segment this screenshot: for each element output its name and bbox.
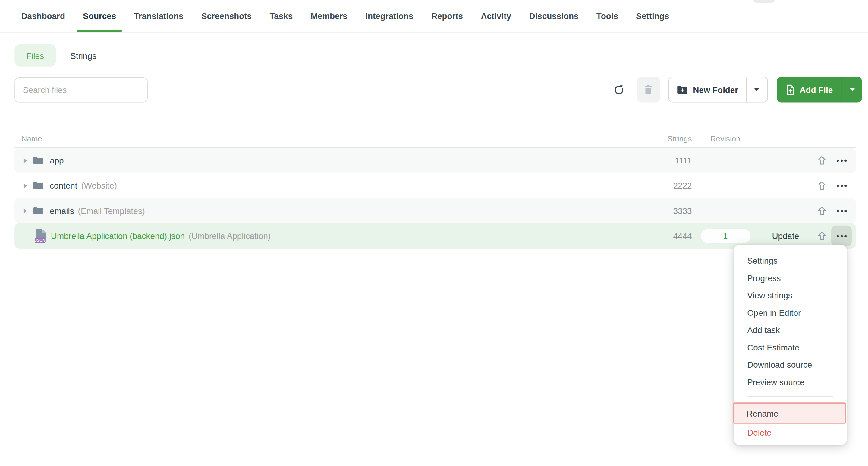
search-input[interactable] bbox=[14, 77, 148, 102]
upload-button[interactable] bbox=[817, 156, 827, 165]
menu-item-progress[interactable]: Progress bbox=[734, 269, 847, 287]
new-folder-button[interactable]: New Folder bbox=[669, 77, 746, 102]
menu-item-rename[interactable]: Rename bbox=[733, 402, 846, 424]
nav-item-activity[interactable]: Activity bbox=[481, 0, 511, 32]
file-name: Umbrella Application (backend).json bbox=[51, 231, 185, 241]
folder-note: (Email Templates) bbox=[78, 206, 145, 216]
json-file-icon: JSON bbox=[35, 229, 47, 243]
svg-text:JSON: JSON bbox=[35, 238, 45, 242]
more-button-active[interactable] bbox=[831, 226, 852, 246]
add-file-caret-button[interactable] bbox=[842, 77, 862, 102]
table-header: Name Strings Revision bbox=[14, 130, 856, 148]
nav-item-members[interactable]: Members bbox=[311, 0, 347, 32]
folder-plus-icon bbox=[677, 85, 688, 94]
sources-files-page: Dashboard Sources Translations Screensho… bbox=[0, 0, 868, 466]
table-row-content[interactable]: content (Website) 2222 bbox=[14, 173, 856, 198]
table-row-umbrella-file[interactable]: JSON Umbrella Application (backend).json… bbox=[14, 223, 856, 249]
more-icon bbox=[836, 210, 838, 212]
column-header-name: Name bbox=[14, 134, 625, 143]
revision-badge: 1 bbox=[701, 229, 750, 243]
file-note: (Umbrella Application) bbox=[189, 231, 271, 241]
upload-icon bbox=[817, 231, 827, 241]
nav-item-discussions[interactable]: Discussions bbox=[529, 0, 578, 32]
table-row-emails[interactable]: emails (Email Templates) 3333 bbox=[14, 198, 856, 224]
add-file-button[interactable]: Add File bbox=[777, 77, 842, 102]
column-header-revision: Revision bbox=[692, 134, 759, 143]
more-button[interactable] bbox=[831, 200, 852, 221]
new-folder-split-button: New Folder bbox=[669, 77, 768, 102]
upload-icon bbox=[817, 156, 827, 165]
upload-button[interactable] bbox=[817, 206, 827, 216]
menu-item-cost-estimate[interactable]: Cost Estimate bbox=[734, 339, 847, 356]
file-upload-icon bbox=[786, 84, 795, 95]
nav-item-translations[interactable]: Translations bbox=[134, 0, 184, 32]
folder-icon bbox=[33, 156, 43, 165]
nav-item-sources[interactable]: Sources bbox=[83, 0, 116, 32]
cutoff-element bbox=[753, 0, 775, 3]
tab-files[interactable]: Files bbox=[14, 44, 56, 67]
menu-item-view-strings[interactable]: View strings bbox=[734, 287, 847, 304]
more-icon bbox=[836, 235, 838, 237]
nav-item-tools[interactable]: Tools bbox=[596, 0, 618, 32]
folder-name: content bbox=[50, 181, 77, 190]
upload-button[interactable] bbox=[817, 181, 827, 190]
refresh-icon bbox=[614, 84, 624, 95]
new-folder-label: New Folder bbox=[693, 85, 738, 94]
strings-count: 2222 bbox=[625, 181, 692, 190]
trash-icon bbox=[644, 84, 653, 94]
menu-item-add-task[interactable]: Add task bbox=[734, 321, 847, 339]
chevron-down-icon bbox=[754, 88, 760, 91]
folder-name: app bbox=[50, 156, 64, 165]
trash-button[interactable] bbox=[637, 77, 660, 102]
nav-item-settings[interactable]: Settings bbox=[636, 0, 669, 32]
strings-count: 3333 bbox=[625, 206, 692, 216]
context-menu: Settings Progress View strings Open in E… bbox=[734, 244, 847, 445]
menu-item-settings[interactable]: Settings bbox=[734, 252, 847, 269]
menu-item-delete[interactable]: Delete bbox=[734, 424, 847, 441]
caret-right-icon[interactable] bbox=[24, 157, 27, 163]
strings-count: 4444 bbox=[625, 231, 692, 241]
view-toggle: Files Strings bbox=[14, 44, 868, 67]
files-table: Name Strings Revision app 1111 bbox=[14, 130, 856, 249]
more-icon bbox=[836, 159, 838, 162]
column-header-strings: Strings bbox=[625, 134, 692, 143]
nav-item-reports[interactable]: Reports bbox=[431, 0, 463, 32]
nav-item-tasks[interactable]: Tasks bbox=[270, 0, 293, 32]
more-icon bbox=[836, 184, 838, 186]
add-file-label: Add File bbox=[800, 85, 833, 94]
upload-icon bbox=[817, 181, 827, 190]
new-folder-caret-button[interactable] bbox=[746, 77, 767, 102]
folder-icon bbox=[33, 207, 43, 215]
nav-item-integrations[interactable]: Integrations bbox=[365, 0, 413, 32]
upload-button[interactable] bbox=[817, 231, 827, 241]
add-file-split-button: Add File bbox=[777, 77, 862, 102]
more-button[interactable] bbox=[831, 150, 852, 171]
nav-item-screenshots[interactable]: Screenshots bbox=[201, 0, 252, 32]
update-button[interactable]: Update bbox=[759, 231, 812, 241]
menu-item-preview-source[interactable]: Preview source bbox=[734, 373, 847, 391]
folder-name: emails bbox=[50, 206, 74, 216]
caret-right-icon[interactable] bbox=[24, 183, 27, 188]
chevron-down-icon bbox=[849, 88, 855, 91]
more-button[interactable] bbox=[831, 175, 852, 196]
caret-right-icon[interactable] bbox=[24, 208, 27, 213]
menu-item-open-in-editor[interactable]: Open in Editor bbox=[734, 304, 847, 322]
folder-icon bbox=[33, 181, 43, 190]
menu-divider bbox=[747, 396, 833, 397]
tab-strings[interactable]: Strings bbox=[70, 51, 96, 60]
strings-count: 1111 bbox=[625, 156, 692, 165]
nav-item-dashboard[interactable]: Dashboard bbox=[22, 0, 65, 32]
folder-note: (Website) bbox=[81, 181, 117, 190]
upload-icon bbox=[817, 206, 827, 216]
toolbar: New Folder Add File bbox=[14, 77, 862, 102]
refresh-button[interactable] bbox=[609, 80, 629, 100]
table-row-app[interactable]: app 1111 bbox=[14, 148, 856, 173]
top-nav: Dashboard Sources Translations Screensho… bbox=[0, 0, 868, 33]
menu-item-download-source[interactable]: Download source bbox=[734, 356, 847, 373]
